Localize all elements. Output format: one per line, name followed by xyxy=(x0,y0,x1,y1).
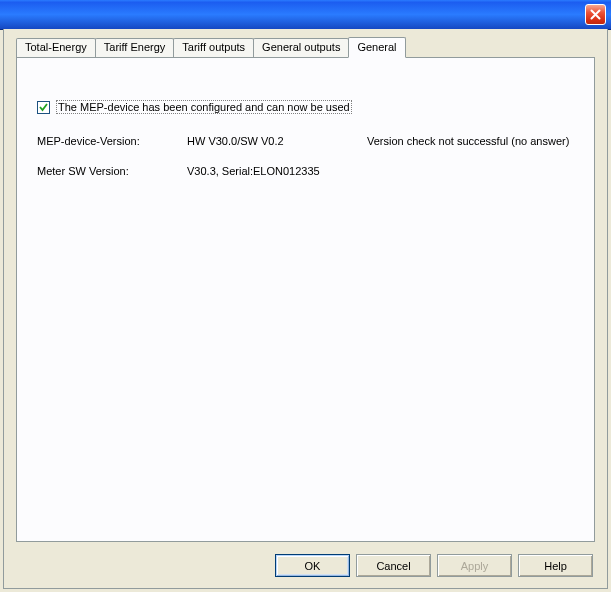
help-button[interactable]: Help xyxy=(518,554,593,577)
tab-strip: Total-Energy Tariff Energy Tariff output… xyxy=(16,36,595,57)
tab-page-general: The MEP-device has been configured and c… xyxy=(16,57,595,542)
tab-label: General xyxy=(357,41,396,53)
titlebar xyxy=(0,0,611,30)
client-area: Total-Energy Tariff Energy Tariff output… xyxy=(3,29,608,589)
configured-checkbox[interactable] xyxy=(37,101,50,114)
cancel-button[interactable]: Cancel xyxy=(356,554,431,577)
close-button[interactable] xyxy=(585,4,606,25)
button-bar: OK Cancel Apply Help xyxy=(275,554,593,577)
mep-version-status: Version check not successful (no answer) xyxy=(367,135,569,147)
tab-label: General outputs xyxy=(262,41,340,53)
checkmark-icon xyxy=(38,102,49,113)
mep-version-value: HW V30.0/SW V0.2 xyxy=(187,135,284,147)
meter-sw-value: V30.3, Serial:ELON012335 xyxy=(187,165,320,177)
tab-label: Total-Energy xyxy=(25,41,87,53)
tab-label: Tariff outputs xyxy=(182,41,245,53)
apply-button[interactable]: Apply xyxy=(437,554,512,577)
dialog-window: Total-Energy Tariff Energy Tariff output… xyxy=(0,0,611,592)
tab-general[interactable]: General xyxy=(348,37,405,58)
close-icon xyxy=(590,9,601,20)
tab-tariff-outputs[interactable]: Tariff outputs xyxy=(173,38,254,59)
tab-total-energy[interactable]: Total-Energy xyxy=(16,38,96,59)
tab-tariff-energy[interactable]: Tariff Energy xyxy=(95,38,175,59)
configured-checkbox-row: The MEP-device has been configured and c… xyxy=(37,100,352,114)
mep-version-label: MEP-device-Version: xyxy=(37,135,140,147)
ok-button[interactable]: OK xyxy=(275,554,350,577)
tab-general-outputs[interactable]: General outputs xyxy=(253,38,349,59)
meter-sw-label: Meter SW Version: xyxy=(37,165,129,177)
tab-label: Tariff Energy xyxy=(104,41,166,53)
configured-checkbox-label: The MEP-device has been configured and c… xyxy=(56,100,352,114)
